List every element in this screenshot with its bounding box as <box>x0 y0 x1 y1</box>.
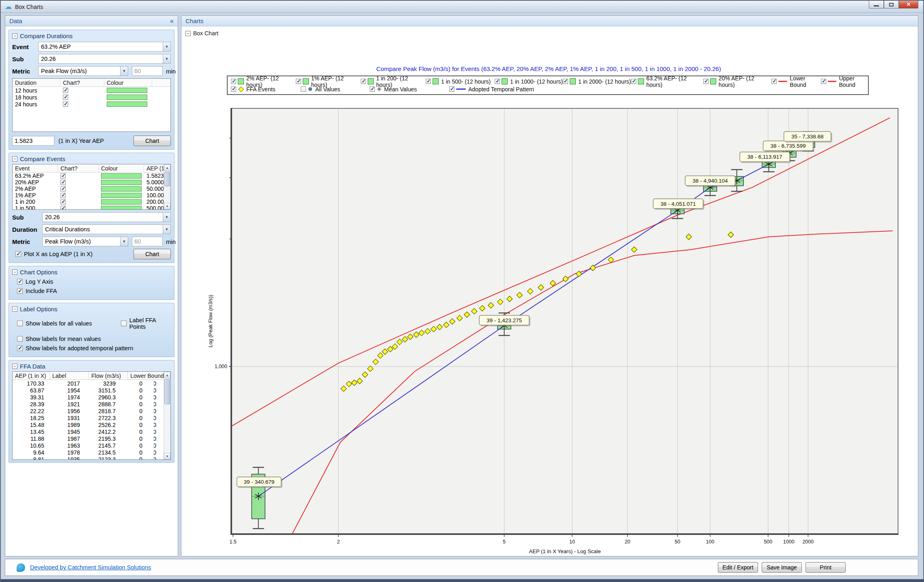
table-row[interactable]: 1 in 500500.0000 <box>13 205 164 210</box>
collapse-section-icon[interactable]: − <box>12 306 17 312</box>
collapse-panel-button[interactable]: « <box>170 17 174 25</box>
table-row[interactable]: 10.6519632145.700 <box>13 442 164 449</box>
chart-checkbox[interactable] <box>63 95 68 100</box>
labels-mean-values-checkbox[interactable] <box>17 336 23 342</box>
collapse-section-icon[interactable]: − <box>185 31 191 36</box>
collapse-section-icon[interactable]: − <box>12 364 17 369</box>
table-row[interactable]: 8.8119352123.300 <box>13 456 164 460</box>
colour-swatch[interactable] <box>107 101 147 107</box>
scroll-up-icon[interactable]: ▲ <box>164 164 170 171</box>
chart-checkbox[interactable] <box>60 186 66 192</box>
colour-swatch[interactable] <box>101 180 142 185</box>
labels-all-values-checkbox[interactable] <box>17 321 23 326</box>
legend-checkbox[interactable] <box>563 79 568 84</box>
chart-checkbox[interactable] <box>60 206 66 210</box>
legend-checkbox[interactable] <box>703 79 709 84</box>
chevron-down-icon[interactable]: ▼ <box>163 225 170 234</box>
events-scrollbar[interactable]: ▲ ▼ <box>164 164 170 209</box>
table-row[interactable]: 1% AEP100.0000 <box>13 192 164 198</box>
credit-link[interactable]: Developed by Catchment Simulation Soluti… <box>30 564 151 571</box>
sub-dropdown[interactable]: 20.26 ▼ <box>42 212 171 222</box>
legend-checkbox[interactable] <box>426 79 431 84</box>
table-row[interactable]: 170.332017323900 <box>13 380 164 387</box>
save-image-button[interactable]: Save Image <box>762 562 802 573</box>
column-header[interactable]: AEP (1 in X) <box>13 372 50 379</box>
collapse-section-icon[interactable]: − <box>12 33 17 39</box>
colour-swatch[interactable] <box>101 206 142 210</box>
table-row[interactable]: 22.2219562818.700 <box>13 407 164 414</box>
metric-dropdown[interactable]: Peak Flow (m3/s) ▼ <box>42 237 128 246</box>
chevron-down-icon[interactable]: ▼ <box>163 54 170 63</box>
duration-dropdown[interactable]: Critical Durations ▼ <box>42 224 171 234</box>
legend-checkbox[interactable] <box>495 79 500 84</box>
table-row[interactable]: 39.3119742960.300 <box>13 394 164 401</box>
column-header[interactable]: Lower Bound <box>128 372 165 379</box>
table-row[interactable]: 11.8819872195.300 <box>13 435 164 442</box>
collapse-section-icon[interactable]: − <box>12 156 17 162</box>
chart-checkbox[interactable] <box>60 173 66 179</box>
colour-swatch[interactable] <box>107 88 147 93</box>
column-header[interactable]: Chart? <box>60 79 104 86</box>
collapse-section-icon[interactable]: − <box>12 269 17 275</box>
table-row[interactable]: 18.2519312722.300 <box>13 414 164 421</box>
event-dropdown[interactable]: 63.2% AEP ▼ <box>38 42 171 52</box>
table-row[interactable]: 20% AEP5.0000 <box>13 179 164 185</box>
table-row[interactable]: 12 hours <box>13 87 170 94</box>
include-ffa-checkbox[interactable] <box>17 288 23 294</box>
metric-dropdown[interactable]: Peak Flow (m3/s) ▼ <box>38 66 128 76</box>
sub-dropdown[interactable]: 20.26 ▼ <box>38 54 171 64</box>
plot-x-log-checkbox[interactable] <box>15 251 21 257</box>
close-button[interactable]: ✕ <box>899 1 918 9</box>
chevron-down-icon[interactable]: ▼ <box>163 213 170 222</box>
colour-swatch[interactable] <box>101 173 142 179</box>
ffa-scrollbar[interactable]: ▲ ▼ <box>164 372 170 459</box>
column-header[interactable]: Flow (m3/s) <box>89 372 128 379</box>
aep-year-input[interactable] <box>12 136 54 146</box>
scroll-down-icon[interactable]: ▼ <box>164 203 170 209</box>
legend-checkbox[interactable] <box>771 79 777 84</box>
table-row[interactable]: 2% AEP50.0000 <box>13 185 164 192</box>
legend-checkbox[interactable] <box>361 79 366 84</box>
column-header[interactable]: Duration <box>13 79 60 86</box>
colour-swatch[interactable] <box>101 193 142 198</box>
column-header[interactable]: Colour <box>99 164 144 172</box>
labels-adopted-tp-checkbox[interactable] <box>17 345 23 351</box>
table-row[interactable]: 63.8719543151.500 <box>13 387 164 394</box>
minimize-button[interactable] <box>869 1 884 9</box>
column-header[interactable]: Chart? <box>58 164 99 172</box>
chart-button[interactable]: Chart <box>134 136 171 146</box>
chevron-down-icon[interactable]: ▼ <box>120 237 128 246</box>
table-row[interactable]: 18 hours <box>13 94 170 101</box>
chart-checkbox[interactable] <box>63 101 68 107</box>
scroll-down-icon[interactable]: ▼ <box>164 453 170 459</box>
colour-swatch[interactable] <box>101 199 142 205</box>
chart-checkbox[interactable] <box>60 193 66 198</box>
chart-checkbox[interactable] <box>60 199 66 205</box>
scroll-up-icon[interactable]: ▲ <box>164 372 170 378</box>
edit-export-button[interactable]: Edit / Export <box>718 562 758 573</box>
table-row[interactable]: 15.4819892526.200 <box>13 421 164 428</box>
column-header[interactable]: Label <box>50 372 89 379</box>
table-row[interactable]: 24 hours <box>13 101 170 108</box>
legend-checkbox[interactable] <box>231 79 236 84</box>
table-row[interactable]: 1 in 200200.0000 <box>13 198 164 205</box>
colour-swatch[interactable] <box>107 95 147 100</box>
table-row[interactable]: 28.3919212888.700 <box>13 401 164 407</box>
chevron-down-icon[interactable]: ▼ <box>163 42 170 51</box>
colour-swatch[interactable] <box>101 186 142 192</box>
maximize-button[interactable] <box>884 1 899 9</box>
legend-checkbox[interactable] <box>631 79 636 84</box>
column-header[interactable]: Event <box>13 164 58 172</box>
print-button[interactable]: Print <box>806 562 846 573</box>
legend-checkbox[interactable] <box>296 79 301 84</box>
table-row[interactable]: 63.2% AEP1.5823 <box>13 172 164 179</box>
chart-checkbox[interactable] <box>63 88 68 93</box>
legend-checkbox[interactable] <box>821 79 826 84</box>
table-row[interactable]: 13.4519452412.200 <box>13 428 164 435</box>
chart-button[interactable]: Chart <box>134 249 171 259</box>
log-y-axis-checkbox[interactable] <box>17 279 23 285</box>
chart-checkbox[interactable] <box>60 180 66 185</box>
table-row[interactable]: 9.6419782134.500 <box>13 449 164 456</box>
column-header[interactable]: Colour <box>104 79 152 86</box>
label-ffa-points-checkbox[interactable] <box>121 321 127 326</box>
